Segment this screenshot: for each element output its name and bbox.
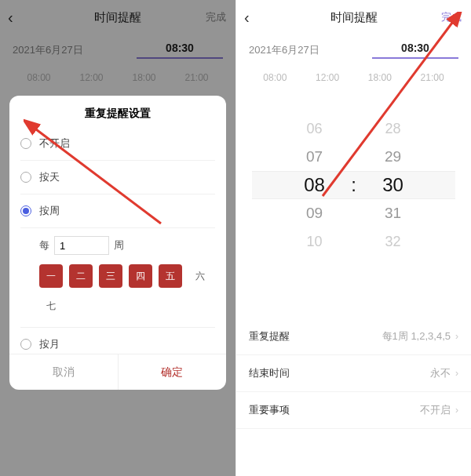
day-thu[interactable]: 四 — [129, 264, 152, 288]
hour-opt[interactable]: 06 — [283, 121, 346, 137]
min-opt[interactable]: 32 — [362, 234, 425, 250]
radio-icon-selected — [20, 205, 31, 216]
week-prefix: 每 — [39, 238, 49, 253]
day-fri[interactable]: 五 — [159, 264, 182, 288]
min-selected[interactable]: 30 — [362, 174, 425, 196]
row-label: 结束时间 — [249, 366, 430, 380]
opt-label: 按天 — [39, 170, 60, 184]
opt-day[interactable]: 按天 — [20, 160, 215, 194]
datetime-row: 2021年6月27日 08:30 — [236, 35, 471, 66]
repeat-settings-modal: 重复提醒设置 不开启 按天 按周 每 — [9, 96, 226, 390]
page-title: 时间提醒 — [330, 10, 378, 25]
day-wed[interactable]: 三 — [99, 264, 122, 288]
tick: 18:00 — [354, 72, 407, 83]
time-ticks: 08:00 12:00 18:00 21:00 — [236, 66, 471, 83]
row-end[interactable]: 结束时间 永不 › — [236, 355, 471, 392]
week-suffix: 周 — [114, 238, 124, 253]
hour-opt[interactable]: 07 — [283, 148, 346, 165]
row-important[interactable]: 重要事项 不开启 › — [236, 392, 471, 429]
back-icon[interactable]: ‹ — [244, 9, 250, 27]
opt-month[interactable]: 按月 — [20, 327, 215, 354]
done-button-right[interactable]: 完成 — [441, 10, 462, 24]
week-detail: 每 周 一 二 三 四 五 六 七 — [20, 227, 215, 327]
hour-opt[interactable]: 09 — [283, 205, 346, 222]
cancel-button[interactable]: 取消 — [9, 354, 119, 390]
radio-icon — [20, 339, 31, 350]
min-opt[interactable]: 29 — [362, 148, 425, 165]
opt-label: 不开启 — [39, 136, 70, 151]
day-sun[interactable]: 七 — [39, 294, 63, 318]
tick: 12:00 — [301, 72, 354, 83]
opt-none[interactable]: 不开启 — [20, 127, 215, 160]
time-label[interactable]: 08:30 — [372, 42, 458, 59]
day-mon[interactable]: 一 — [39, 264, 63, 288]
time-picker[interactable]: 06:28 07:29 08:30 09:31 10:32 — [236, 114, 471, 256]
opt-week[interactable]: 按周 — [20, 194, 215, 227]
tick: 08:00 — [249, 72, 301, 83]
radio-icon — [20, 172, 31, 183]
day-sat[interactable]: 六 — [188, 264, 212, 288]
modal-title: 重复提醒设置 — [9, 96, 226, 127]
opt-label: 按周 — [39, 204, 60, 218]
day-tue[interactable]: 二 — [69, 264, 93, 288]
row-value: 每1周 1,2,3,4,5 — [382, 329, 451, 343]
week-interval-row: 每 周 — [39, 228, 215, 264]
chevron-right-icon: › — [455, 405, 458, 416]
right-pane: ‹ 时间提醒 完成 2021年6月27日 08:30 08:00 12:00 1… — [236, 0, 471, 476]
row-value: 永不 — [430, 366, 451, 380]
opt-label: 按月 — [39, 337, 60, 351]
hour-opt[interactable]: 10 — [283, 234, 346, 250]
settings-list: 重复提醒 每1周 1,2,3,4,5 › 结束时间 永不 › 重要事项 不开启 … — [236, 318, 471, 429]
row-label: 重要事项 — [249, 403, 420, 417]
chevron-right-icon: › — [455, 331, 458, 342]
row-label: 重复提醒 — [249, 329, 382, 343]
tick: 21:00 — [406, 72, 458, 83]
ok-button[interactable]: 确定 — [119, 354, 227, 390]
header-right: ‹ 时间提醒 完成 — [236, 0, 471, 35]
weekday-row: 一 二 三 四 五 六 七 — [39, 264, 215, 318]
hour-selected[interactable]: 08 — [283, 174, 346, 196]
min-opt[interactable]: 28 — [362, 121, 425, 137]
chevron-right-icon: › — [455, 368, 458, 379]
modal-options: 不开启 按天 按周 每 周 一 — [9, 127, 226, 354]
modal-actions: 取消 确定 — [9, 354, 226, 390]
left-pane: ‹ 时间提醒 完成 2021年6月27日 08:30 08:00 12:00 1… — [0, 0, 236, 476]
row-value: 不开启 — [420, 403, 451, 417]
min-opt[interactable]: 31 — [362, 205, 425, 222]
row-repeat[interactable]: 重复提醒 每1周 1,2,3,4,5 › — [236, 318, 471, 355]
radio-icon — [20, 138, 31, 149]
colon-icon: : — [346, 174, 362, 196]
week-interval-input[interactable] — [54, 236, 109, 255]
date-label[interactable]: 2021年6月27日 — [249, 43, 372, 57]
